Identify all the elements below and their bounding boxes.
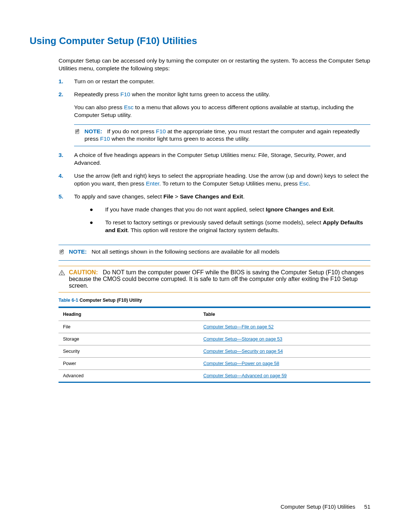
note-icon xyxy=(59,248,66,257)
step-2: 2. Repeatedly press F10 when the monitor… xyxy=(59,91,370,119)
step-content: To apply and save changes, select File >… xyxy=(74,193,370,240)
text: when the monitor light turns green to ac… xyxy=(110,135,250,142)
text: If you have made changes that you do not… xyxy=(105,206,266,213)
link-storage[interactable]: Computer Setup—Storage on page 53 xyxy=(203,337,282,342)
intro-paragraph: Computer Setup can be accessed only by t… xyxy=(59,57,370,73)
cell-heading: File xyxy=(59,321,199,333)
text: when the monitor light turns green to ac… xyxy=(130,91,270,97)
bullet-marker: ● xyxy=(90,219,105,234)
step-1: 1. Turn on or restart the computer. xyxy=(59,78,370,86)
key-f10: F10 xyxy=(156,128,166,134)
text: > xyxy=(173,193,180,200)
bullet-marker: ● xyxy=(90,206,105,214)
key-esc: Esc xyxy=(299,180,309,187)
table-header-row: Heading Table xyxy=(59,307,370,321)
caution-block: CAUTION:Do NOT turn the computer power O… xyxy=(59,266,370,292)
table-row: Security Computer Setup—Security on page… xyxy=(59,345,370,357)
menu-save-exit: Save Changes and Exit xyxy=(180,193,243,200)
step-number: 5. xyxy=(59,193,74,240)
table-row: File Computer Setup—File on page 52 xyxy=(59,321,370,333)
svg-point-2 xyxy=(61,274,62,274)
text: Do NOT turn the computer power OFF while… xyxy=(69,269,364,289)
text: You can also press xyxy=(74,104,124,110)
step-4: 4. Use the arrow (left and right) keys t… xyxy=(59,172,370,188)
table-row: Power Computer Setup—Power on page 58 xyxy=(59,357,370,369)
key-f10: F10 xyxy=(120,91,130,97)
table-row: Storage Computer Setup—Storage on page 5… xyxy=(59,333,370,345)
bullet-ignore: ● If you have made changes that you do n… xyxy=(90,206,370,214)
caution-icon xyxy=(59,270,66,278)
cell-heading: Security xyxy=(59,345,199,357)
body-content: Computer Setup can be accessed only by t… xyxy=(59,57,370,261)
step-3: 3. A choice of five headings appears in … xyxy=(59,151,370,167)
text: . To return to the Computer Setup Utilit… xyxy=(159,180,299,187)
menu-file: File xyxy=(163,193,173,200)
text: . xyxy=(309,180,310,187)
link-power[interactable]: Computer Setup—Power on page 58 xyxy=(203,361,279,366)
menu-ignore-exit: Ignore Changes and Exit xyxy=(266,206,333,213)
link-advanced[interactable]: Computer Setup—Advanced on page 59 xyxy=(203,373,287,378)
footer-title: Computer Setup (F10) Utilities xyxy=(280,503,355,510)
text: Not all settings shown in the following … xyxy=(91,248,279,255)
step-content: Repeatedly press F10 when the monitor li… xyxy=(74,91,370,119)
note-block: NOTE:Not all settings shown in the follo… xyxy=(59,245,370,261)
bullet-apply-defaults: ● To reset to factory settings or previo… xyxy=(90,219,370,234)
text: To reset to factory settings or previous… xyxy=(105,219,323,225)
caution-label: CAUTION: xyxy=(69,269,103,275)
key-enter: Enter xyxy=(146,180,159,187)
setup-table: Heading Table File Computer Setup—File o… xyxy=(59,307,370,383)
cell-heading: Advanced xyxy=(59,369,199,382)
sub-bullets: ● If you have made changes that you do n… xyxy=(74,206,370,234)
step-content: A choice of five headings appears in the… xyxy=(74,151,370,167)
cell-heading: Storage xyxy=(59,333,199,345)
th-table: Table xyxy=(199,307,370,321)
step-number: 2. xyxy=(59,91,74,119)
steps-list: 1. Turn on or restart the computer. 2. R… xyxy=(59,78,370,119)
key-f10: F10 xyxy=(100,135,110,142)
step-number: 4. xyxy=(59,172,74,188)
steps-list-cont: 3. A choice of five headings appears in … xyxy=(59,151,370,239)
text: . xyxy=(243,193,244,200)
link-file[interactable]: Computer Setup—File on page 52 xyxy=(203,324,274,329)
step-number: 1. xyxy=(59,78,74,86)
table-row: Advanced Computer Setup—Advanced on page… xyxy=(59,369,370,382)
step-content: Turn on or restart the computer. xyxy=(74,78,370,86)
step-number: 3. xyxy=(59,151,74,167)
note-block: NOTE:If you do not press F10 at the appr… xyxy=(74,124,370,147)
text: . xyxy=(333,206,334,213)
th-heading: Heading xyxy=(59,307,199,321)
key-esc: Esc xyxy=(124,104,134,110)
note-label: NOTE: xyxy=(84,128,107,134)
page-number: 51 xyxy=(364,503,370,510)
text: To apply and save changes, select xyxy=(74,193,163,200)
step-content: Use the arrow (left and right) keys to s… xyxy=(74,172,370,188)
note-icon xyxy=(74,128,81,137)
table-caption: Table 6-1 Computer Setup (F10) Utility xyxy=(59,298,370,303)
note-label: NOTE: xyxy=(69,248,91,255)
text: If you do not press xyxy=(107,128,156,134)
text: . This option will restore the original … xyxy=(127,227,279,233)
link-security[interactable]: Computer Setup—Security on page 54 xyxy=(203,349,283,354)
step-5: 5. To apply and save changes, select Fil… xyxy=(59,193,370,240)
page-title: Using Computer Setup (F10) Utilities xyxy=(30,35,370,47)
cell-heading: Power xyxy=(59,357,199,369)
text: Repeatedly press xyxy=(74,91,120,97)
page-footer: Computer Setup (F10) Utilities 51 xyxy=(280,503,370,510)
